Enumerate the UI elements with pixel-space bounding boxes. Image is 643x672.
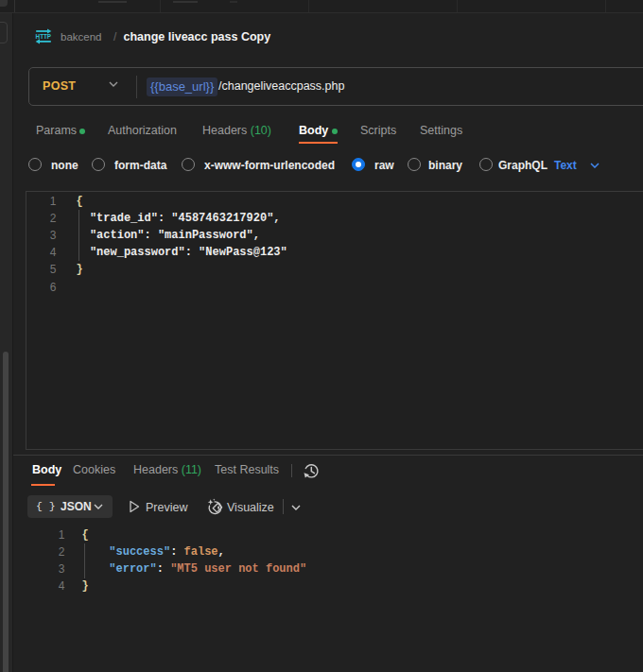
svg-text:HTTP: HTTP xyxy=(36,32,51,41)
